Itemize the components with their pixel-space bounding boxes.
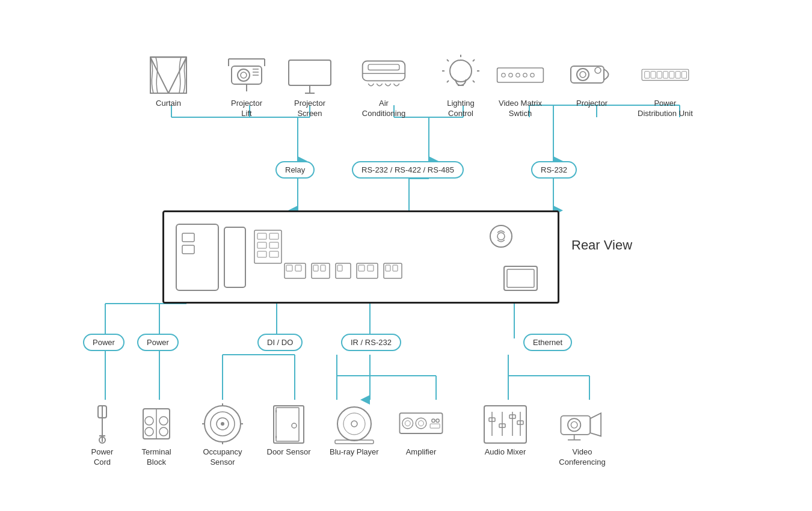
rs232-485-badge: RS-232 / RS-422 / RS-485 (352, 161, 464, 179)
svg-rect-107 (313, 265, 318, 271)
projector-label: Projector (576, 99, 607, 109)
svg-rect-59 (289, 60, 331, 85)
terminal-block-device: TerminalBlock (132, 403, 180, 468)
svg-rect-104 (286, 265, 292, 271)
projector-lift-icon (223, 54, 271, 96)
power-badge-2: Power (137, 334, 179, 351)
svg-point-154 (436, 419, 439, 422)
lighting-control-icon (437, 54, 485, 96)
svg-rect-148 (399, 413, 442, 433)
occupancy-sensor-device: OccupancySensor (198, 403, 247, 468)
svg-rect-74 (497, 68, 544, 82)
svg-rect-94 (182, 245, 194, 254)
projector-screen-device: ProjectorScreen (286, 54, 334, 119)
terminal-block-label: TerminalBlock (141, 447, 171, 468)
svg-rect-119 (504, 266, 537, 290)
svg-line-70 (473, 81, 475, 82)
svg-rect-113 (368, 265, 374, 271)
svg-rect-100 (269, 242, 278, 248)
curtain-label: Curtain (156, 99, 181, 109)
svg-point-54 (241, 72, 247, 78)
video-matrix-label: Video MatrixSwtich (499, 99, 542, 119)
svg-rect-95 (224, 227, 245, 287)
video-conf-device: VideoConferencing (558, 403, 606, 468)
svg-rect-101 (257, 251, 266, 257)
svg-line-73 (447, 81, 449, 82)
video-matrix-icon (496, 54, 544, 96)
svg-point-128 (159, 417, 168, 425)
occupancy-sensor-icon (198, 403, 247, 445)
svg-line-68 (473, 60, 475, 61)
audio-mixer-device: Audio Mixer (481, 403, 529, 457)
projector-device: Projector (568, 54, 616, 109)
svg-point-150 (405, 421, 410, 426)
svg-line-46 (150, 57, 168, 93)
svg-line-47 (168, 57, 186, 93)
diagram-container: Curtain ProjectorLift (0, 0, 812, 511)
video-conf-label: VideoConferencing (559, 447, 605, 468)
lighting-control-label: LightingControl (447, 99, 475, 119)
relay-badge: Relay (275, 161, 315, 179)
door-sensor-label: Door Sensor (267, 447, 311, 457)
pdu-device: PowerDistribution Unit (638, 54, 693, 119)
rs232-right-badge: RS-232 (531, 161, 577, 179)
svg-rect-116 (393, 265, 398, 271)
svg-point-129 (145, 427, 153, 436)
svg-point-127 (145, 417, 153, 425)
svg-point-167 (571, 421, 577, 428)
air-conditioning-label: AirConditioning (362, 99, 405, 119)
projector-screen-label: ProjectorScreen (294, 99, 325, 119)
svg-point-149 (402, 418, 413, 429)
curtain-device: Curtain (144, 54, 192, 109)
svg-point-130 (159, 427, 168, 436)
ethernet-badge: Ethernet (523, 334, 572, 351)
svg-rect-86 (651, 72, 656, 78)
svg-rect-93 (182, 233, 194, 242)
svg-point-146 (351, 421, 357, 427)
power-cord-label: PowerCord (91, 447, 114, 468)
rear-view-label: Rear View (571, 237, 632, 253)
svg-rect-91 (681, 72, 686, 78)
svg-point-134 (221, 422, 224, 426)
svg-rect-110 (337, 265, 342, 271)
svg-rect-80 (571, 66, 604, 83)
svg-point-166 (568, 418, 580, 431)
air-conditioning-device: AirConditioning (360, 54, 408, 119)
power-cord-device: PowerCord (78, 403, 126, 468)
lighting-control-device: LightingControl (437, 54, 485, 119)
ir-rs232-badge: IR / RS-232 (341, 334, 401, 351)
svg-point-152 (419, 421, 424, 426)
rear-view-box (162, 210, 559, 304)
amplifier-device: Amplifier (397, 403, 445, 457)
svg-rect-89 (669, 72, 674, 78)
svg-rect-140 (276, 408, 299, 441)
svg-point-141 (292, 423, 297, 428)
svg-point-82 (580, 72, 586, 78)
svg-point-81 (577, 69, 589, 81)
video-matrix-device: Video MatrixSwtich (496, 54, 544, 119)
svg-rect-96 (254, 230, 281, 263)
door-sensor-icon (265, 403, 313, 445)
projector-lift-label: ProjectorLift (231, 99, 262, 119)
svg-point-153 (432, 419, 435, 422)
projector-lift-device: ProjectorLift (223, 54, 271, 119)
svg-rect-115 (386, 265, 390, 271)
terminal-block-icon (132, 403, 180, 445)
svg-rect-45 (150, 57, 186, 93)
svg-rect-88 (663, 72, 668, 78)
svg-rect-155 (430, 424, 440, 428)
occupancy-sensor-label: OccupancySensor (203, 447, 242, 468)
svg-point-144 (337, 407, 371, 441)
svg-rect-105 (295, 265, 301, 271)
bluray-player-icon (330, 403, 378, 445)
bluray-player-device: Blu-ray Player (330, 403, 379, 457)
amplifier-icon (397, 403, 445, 445)
svg-rect-108 (321, 265, 325, 271)
svg-rect-85 (645, 72, 650, 78)
air-conditioning-icon (360, 54, 408, 96)
power-badge-1: Power (83, 334, 125, 351)
svg-point-53 (238, 69, 250, 81)
svg-rect-102 (269, 251, 278, 257)
svg-rect-120 (507, 269, 534, 287)
svg-rect-64 (368, 64, 399, 70)
